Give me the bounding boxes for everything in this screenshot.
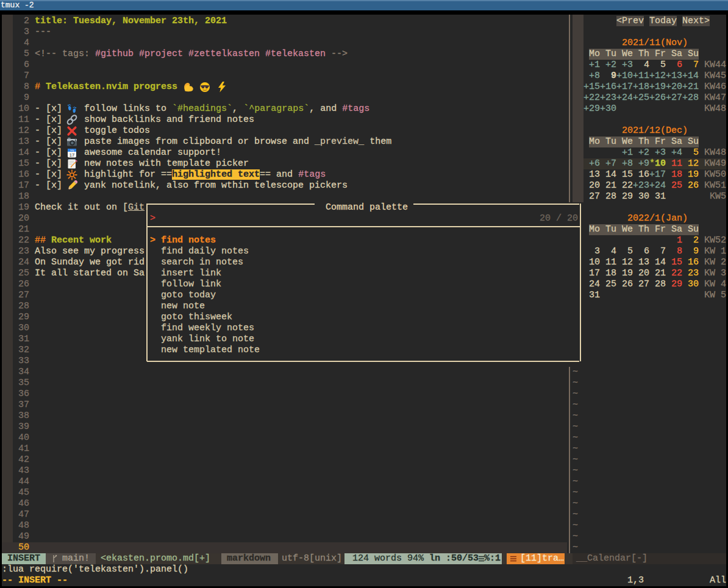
svg-text:July: July — [70, 149, 74, 152]
svg-text:17: 17 — [70, 152, 74, 158]
